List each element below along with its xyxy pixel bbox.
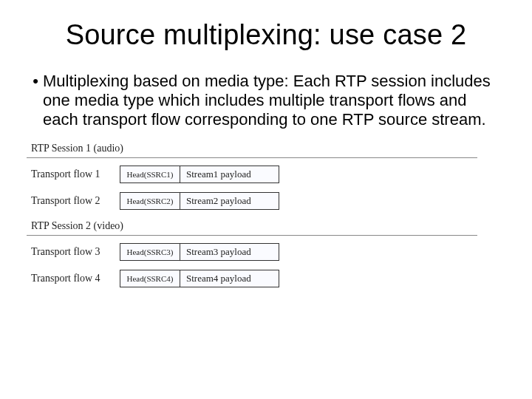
bullet-list: Multiplexing based on media type: Each R… [27,72,505,129]
packet-head-cell: Head(SSRC2) [120,192,180,210]
packet-payload-cell: Stream4 payload [180,270,279,287]
slide: Source multiplexing: use case 2 Multiple… [0,0,532,399]
packet-payload-cell: Stream1 payload [180,166,279,183]
flow-label: Transport flow 1 [31,166,120,183]
slide-title: Source multiplexing: use case 2 [27,19,505,51]
flow-label: Transport flow 2 [31,192,120,210]
session-divider [27,157,477,158]
flow-label: Transport flow 3 [31,243,120,261]
session-block: RTP Session 2 (video) Transport flow 3 H… [27,220,505,287]
slide-body: Multiplexing based on media type: Each R… [27,72,505,129]
packet-payload-cell: Stream3 payload [180,243,279,261]
packet-payload-cell: Stream2 payload [180,192,279,210]
flow-row: Transport flow 1 Head(SSRC1) Stream1 pay… [31,166,505,183]
flow-label: Transport flow 4 [31,270,120,287]
flow-row: Transport flow 3 Head(SSRC3) Stream3 pay… [31,243,505,261]
session-title: RTP Session 1 (audio) [31,143,505,154]
flow-row: Transport flow 4 Head(SSRC4) Stream4 pay… [31,270,505,287]
packet-head-cell: Head(SSRC1) [120,166,180,183]
diagram: RTP Session 1 (audio) Transport flow 1 H… [27,143,505,287]
bullet-item: Multiplexing based on media type: Each R… [43,72,505,129]
packet-head-cell: Head(SSRC4) [120,270,180,287]
flow-row: Transport flow 2 Head(SSRC2) Stream2 pay… [31,192,505,210]
session-title: RTP Session 2 (video) [31,220,505,232]
session-divider [27,235,477,236]
session-block: RTP Session 1 (audio) Transport flow 1 H… [27,143,505,210]
packet-head-cell: Head(SSRC3) [120,243,180,261]
